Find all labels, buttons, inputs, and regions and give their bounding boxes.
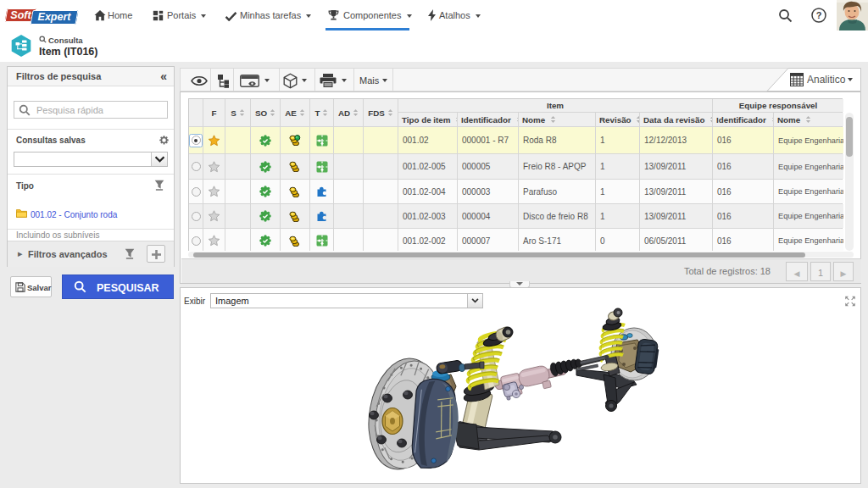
svg-text:?: ? [816,10,822,20]
